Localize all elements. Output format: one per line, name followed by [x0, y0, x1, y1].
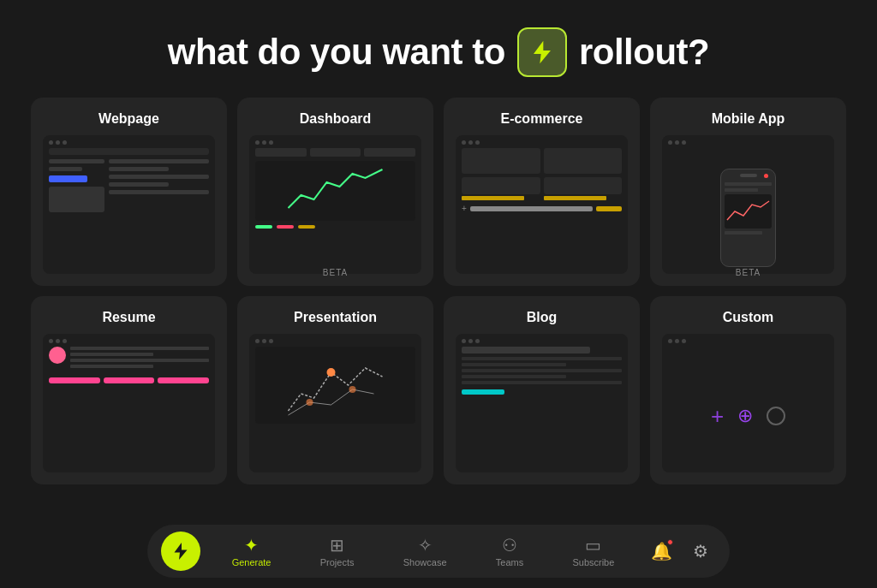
settings-button[interactable]: ⚙	[685, 536, 716, 567]
notification-button[interactable]: 🔔	[646, 536, 677, 567]
card-webpage-title: Webpage	[98, 111, 159, 127]
card-webpage-preview	[43, 135, 215, 274]
card-custom[interactable]: Custom + ⊕	[650, 296, 846, 484]
card-dashboard-title: Dashboard	[300, 111, 372, 127]
svg-point-2	[349, 386, 356, 393]
card-blog-preview	[456, 334, 628, 472]
card-presentation-preview	[249, 334, 421, 472]
showcase-icon: ✧	[418, 535, 433, 555]
subscribe-icon: ▭	[585, 535, 601, 555]
cards-grid: Webpage Dashb	[0, 98, 877, 484]
nav-item-subscribe[interactable]: ▭ Subscribe	[562, 532, 624, 571]
nav-item-showcase[interactable]: ✧ Showcase	[393, 532, 457, 571]
header-suffix: rollout?	[579, 32, 709, 73]
nav-items: ✦ Generate ⊞ Projects ✧ Showcase ⚇ Teams…	[207, 532, 639, 571]
nav-label-teams: Teams	[496, 557, 523, 567]
card-resume[interactable]: Resume	[31, 296, 227, 484]
card-custom-title: Custom	[723, 310, 774, 325]
card-custom-preview: + ⊕	[662, 334, 834, 472]
plus-icon: +	[711, 403, 724, 430]
settings-icon: ⚙	[693, 541, 708, 561]
card-dashboard[interactable]: Dashboard BETA	[237, 98, 433, 286]
circle-icon	[767, 407, 785, 425]
card-ecommerce-title: E-commerce	[500, 111, 582, 127]
nav-bolt-icon	[170, 541, 191, 561]
header-prefix: what do you want to	[168, 32, 505, 73]
card-dashboard-preview	[249, 135, 421, 274]
nav-right: 🔔 ⚙	[646, 536, 716, 567]
card-mobile-preview	[662, 135, 834, 274]
notification-dot	[667, 539, 673, 545]
svg-point-0	[327, 368, 336, 377]
card-mobile-beta: BETA	[736, 268, 761, 277]
card-dashboard-beta: BETA	[323, 268, 348, 277]
card-resume-title: Resume	[102, 310, 155, 325]
nav-label-showcase: Showcase	[403, 557, 447, 567]
generate-icon: ✦	[244, 535, 259, 555]
card-ecommerce[interactable]: E-commerce +	[444, 98, 640, 286]
teams-icon: ⚇	[502, 535, 517, 555]
card-mobile[interactable]: Mobile App	[650, 98, 846, 286]
nav-item-projects[interactable]: ⊞ Projects	[310, 532, 365, 571]
card-ecommerce-preview: +	[456, 135, 628, 274]
page-header: what do you want to rollout?	[0, 0, 877, 98]
projects-icon: ⊞	[330, 535, 344, 555]
nav-bolt-button[interactable]	[161, 532, 200, 571]
bolt-icon	[528, 39, 556, 66]
bottom-nav: ✦ Generate ⊞ Projects ✧ Showcase ⚇ Teams…	[147, 525, 730, 578]
card-blog[interactable]: Blog	[444, 296, 640, 484]
nav-label-projects: Projects	[320, 557, 355, 567]
svg-point-1	[307, 399, 313, 406]
crosshair-icon: ⊕	[737, 405, 753, 427]
nav-item-teams[interactable]: ⚇ Teams	[486, 532, 534, 571]
card-presentation[interactable]: Presentation	[237, 296, 433, 484]
bolt-icon-wrap	[517, 27, 567, 77]
card-presentation-title: Presentation	[294, 310, 377, 325]
nav-item-generate[interactable]: ✦ Generate	[222, 532, 282, 571]
card-mobile-title: Mobile App	[712, 111, 785, 127]
card-blog-title: Blog	[527, 310, 558, 325]
card-webpage[interactable]: Webpage	[31, 98, 227, 286]
nav-label-subscribe: Subscribe	[572, 557, 614, 567]
card-resume-preview	[43, 334, 215, 472]
nav-label-generate: Generate	[232, 557, 271, 567]
